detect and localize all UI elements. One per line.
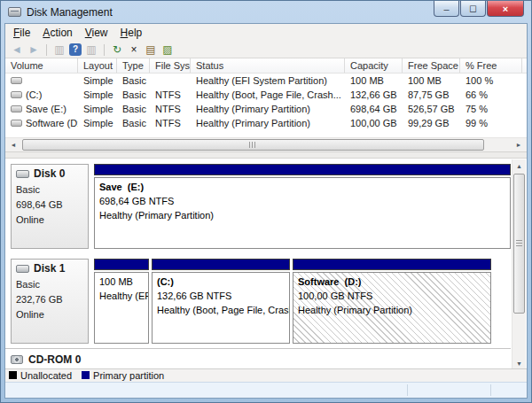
partition-size: 698,64 GB NTFS — [99, 194, 505, 208]
volume-icon — [11, 77, 22, 84]
cell-file_system: NTFS — [150, 104, 191, 114]
app-icon[interactable] — [8, 7, 21, 17]
partition-size: 132,66 GB NTFS — [157, 289, 285, 303]
column-header-status[interactable]: Status — [191, 58, 345, 73]
column-header-capacity[interactable]: Capacity — [345, 58, 403, 73]
scroll-down-button[interactable]: ▼ — [512, 357, 527, 368]
toolbar: ◄►▥?▥↻×▤▨ — [5, 42, 527, 58]
partition-info: Save (E:)698,64 GB NTFSHealthy (Primary … — [94, 177, 511, 249]
client-area: FileActionViewHelp ◄►▥?▥↻×▤▨ VolumeLayou… — [4, 23, 528, 399]
partition-efi[interactable]: 100 MBHealthy (EF — [94, 259, 149, 344]
cell-free_space: 526,57 GB — [403, 104, 460, 114]
menu-action[interactable]: Action — [36, 25, 78, 42]
cell-volume — [5, 77, 78, 84]
disk-0-partitions: Save (E:)698,64 GB NTFSHealthy (Primary … — [94, 164, 511, 249]
cell-file_system: NTFS — [150, 89, 191, 100]
scroll-left-button[interactable]: ◄ — [6, 139, 20, 151]
properties-icon[interactable]: ▤ — [144, 43, 158, 57]
disk-icon — [16, 265, 29, 273]
disk-kind: Basic — [16, 277, 83, 292]
scroll-up-button[interactable]: ▲ — [512, 159, 527, 172]
disk-1-partitions: 100 MBHealthy (EF(C:)132,66 GB NTFSHealt… — [94, 259, 511, 344]
disk-name: Disk 0 — [16, 167, 83, 180]
cdrom-0-row[interactable]: CD-ROM 0 — [5, 348, 511, 366]
partition-color-band — [94, 164, 511, 175]
partition-size: 100,00 GB NTFS — [298, 289, 486, 303]
volume-row-c[interactable]: (C:)SimpleBasicNTFSHealthy (Boot, Page F… — [5, 88, 527, 102]
minimize-button[interactable]: – — [434, 1, 459, 17]
legend-bar: UnallocatedPrimary partition — [5, 368, 527, 382]
partition-c[interactable]: (C:)132,66 GB NTFSHealthy (Boot, Page Fi… — [152, 259, 290, 344]
horizontal-scroll-thumb[interactable] — [22, 139, 484, 151]
column-header-pct_free[interactable]: % Free — [460, 58, 522, 73]
status-bar — [5, 382, 527, 398]
disk-status: Online — [16, 213, 83, 228]
cell-layout: Simple — [78, 75, 117, 86]
action-pane-icon: ▥ — [84, 43, 98, 57]
back-icon: ◄ — [10, 43, 24, 57]
close-button[interactable]: × — [487, 1, 524, 17]
legend-swatch — [82, 371, 90, 379]
partition-health: Healthy (Primary Partition) — [298, 303, 486, 317]
disk-1-row: Disk 1Basic232,76 GBOnline100 MBHealthy … — [5, 253, 511, 348]
volume-name: (C:) — [26, 89, 42, 100]
column-header-layout[interactable]: Layout — [78, 58, 117, 73]
column-header-fault_tolerance[interactable]: F — [522, 58, 527, 73]
cell-capacity: 100,00 GB — [345, 118, 403, 128]
cell-status: Healthy (Boot, Page File, Crash... — [191, 89, 345, 100]
cell-type: Basic — [117, 104, 150, 114]
column-header-file_system[interactable]: File System — [150, 58, 191, 73]
vertical-scroll-thumb[interactable] — [513, 174, 525, 314]
volume-row-efi[interactable]: SimpleBasicHealthy (EFI System Partition… — [5, 74, 527, 88]
disk-size: 698,64 GB — [16, 198, 83, 213]
disk-management-window: Disk Management –◻× FileActionViewHelp ◄… — [0, 0, 532, 403]
partition-info: Software (D:)100,00 GB NTFSHealthy (Prim… — [293, 272, 491, 344]
menu-file[interactable]: File — [7, 25, 36, 42]
column-header-type[interactable]: Type — [117, 58, 150, 73]
cell-capacity: 132,66 GB — [345, 89, 403, 100]
vertical-scroll-track — [513, 172, 526, 357]
cell-pct_free: 66 % — [460, 89, 522, 100]
maximize-button[interactable]: ◻ — [460, 1, 486, 17]
menu-view[interactable]: View — [79, 25, 114, 42]
cell-free_space: 99,29 GB — [403, 118, 460, 128]
disk-1-card[interactable]: Disk 1Basic232,76 GBOnline — [11, 259, 89, 344]
window-controls: –◻× — [433, 1, 524, 17]
delete-volume-icon[interactable]: × — [127, 43, 141, 57]
cell-type: Basic — [117, 75, 150, 86]
partition-color-band — [94, 259, 149, 270]
disk-icon — [16, 170, 29, 178]
legend-label: Unallocated — [20, 370, 72, 381]
help-book-icon[interactable]: ▨ — [160, 43, 175, 57]
cell-type: Basic — [117, 118, 150, 128]
cell-layout: Simple — [78, 104, 117, 114]
menu-bar: FileActionViewHelp — [5, 24, 527, 42]
partition-save-e[interactable]: Save (E:)698,64 GB NTFSHealthy (Primary … — [94, 164, 511, 249]
menu-help[interactable]: Help — [114, 25, 149, 42]
volume-row-software-d[interactable]: Software (D:)SimpleBasicNTFSHealthy (Pri… — [5, 116, 527, 130]
cell-status: Healthy (EFI System Partition) — [191, 75, 345, 86]
scroll-right-button[interactable]: ► — [512, 139, 526, 151]
toolbar-separator — [46, 44, 47, 56]
column-header-volume[interactable]: Volume — [5, 58, 78, 73]
disk-name: Disk 1 — [16, 262, 83, 275]
cell-capacity: 698,64 GB — [345, 104, 403, 114]
partition-software-d[interactable]: Software (D:)100,00 GB NTFSHealthy (Prim… — [293, 259, 491, 344]
help-icon[interactable]: ? — [69, 43, 82, 56]
partition-label: Software (D:) — [298, 275, 486, 289]
volume-row-save-e[interactable]: Save (E:)SimpleBasicNTFSHealthy (Primary… — [5, 102, 527, 116]
volume-icon — [11, 120, 22, 127]
cell-capacity: 100 MB — [345, 75, 403, 86]
volume-list-body: SimpleBasicHealthy (EFI System Partition… — [5, 74, 527, 130]
graphical-view-pane: Disk 0Basic698,64 GBOnlineSave (E:)698,6… — [5, 159, 527, 368]
disk-size: 232,76 GB — [16, 292, 83, 307]
cell-volume: Save (E:) — [5, 104, 78, 114]
refresh-icon[interactable]: ↻ — [110, 43, 124, 57]
partition-health: Healthy (Boot, Page File, Crash — [157, 303, 285, 317]
column-header-free_space[interactable]: Free Space — [403, 58, 460, 73]
partition-color-band — [152, 259, 290, 270]
pane-splitter[interactable] — [5, 151, 527, 159]
cell-file_system: NTFS — [150, 118, 191, 128]
horizontal-scroll-track — [20, 139, 512, 151]
disk-0-card[interactable]: Disk 0Basic698,64 GBOnline — [11, 164, 89, 249]
